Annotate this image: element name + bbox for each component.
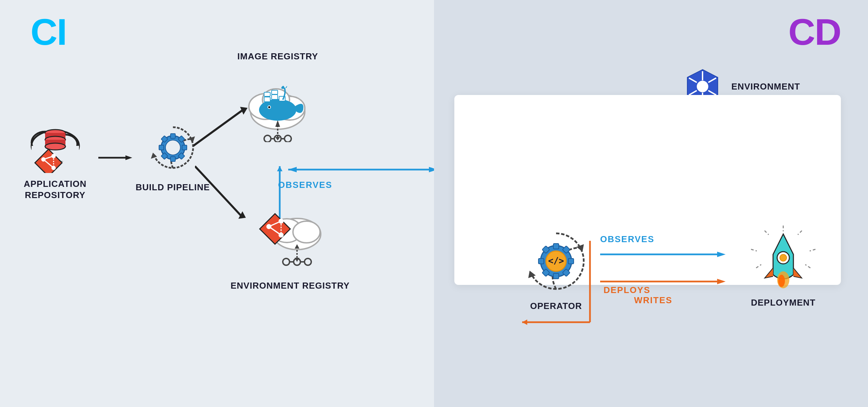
- cd-label: CD: [788, 10, 841, 53]
- svg-rect-24: [159, 145, 164, 150]
- deployment-label: DEPLOYMENT: [751, 297, 816, 308]
- svg-marker-55: [277, 166, 282, 171]
- arrow-app-build: [98, 153, 132, 163]
- svg-point-21: [165, 140, 180, 155]
- svg-rect-49: [264, 97, 270, 102]
- svg-line-107: [765, 231, 769, 235]
- svg-marker-17: [125, 155, 132, 160]
- svg-line-105: [810, 249, 815, 251]
- svg-point-79: [696, 80, 709, 93]
- svg-rect-25: [182, 145, 187, 150]
- svg-point-65: [304, 258, 311, 265]
- svg-point-43: [284, 135, 291, 142]
- svg-marker-40: [275, 137, 280, 140]
- deployment-node: DEPLOYMENT: [749, 224, 817, 308]
- ci-section: CI A: [0, 0, 434, 407]
- svg-marker-116: [522, 319, 527, 325]
- svg-point-59: [293, 221, 320, 243]
- deployment-icon: [749, 224, 817, 292]
- svg-rect-50: [272, 95, 278, 99]
- image-registry-label: IMAGE REGISTRY: [237, 51, 318, 62]
- svg-point-111: [780, 254, 787, 261]
- svg-point-41: [264, 135, 271, 142]
- env-registry-label: ENVIRONMENT REGISTRY: [231, 280, 350, 291]
- env-registry-node: ENVIRONMENT REGISTRY: [231, 204, 350, 291]
- svg-line-104: [798, 231, 802, 235]
- svg-marker-77: [288, 167, 297, 172]
- svg-rect-52: [264, 92, 270, 96]
- svg-rect-23: [171, 157, 175, 161]
- ci-observes-label: OBSERVES: [278, 180, 332, 190]
- svg-line-106: [805, 265, 810, 268]
- svg-point-46: [259, 99, 296, 121]
- app-repo-node: APPLICATION REPOSITORY: [24, 109, 86, 200]
- svg-marker-18: [151, 153, 157, 159]
- environment-label: ENVIRONMENT: [731, 81, 800, 92]
- svg-point-63: [283, 258, 290, 265]
- cd-section: CD ENVIRONMENT: [434, 0, 868, 407]
- image-registry-icon: [240, 67, 315, 142]
- svg-rect-53: [272, 90, 278, 94]
- svg-rect-22: [171, 134, 175, 138]
- writes-label: WRITES: [634, 295, 672, 306]
- image-registry-node: IMAGE REGISTRY: [237, 51, 318, 142]
- observes-bridge-arrow: [288, 163, 441, 176]
- env-registry-icon: [253, 204, 328, 275]
- app-repo-icon: [25, 109, 86, 173]
- cd-box: </> OPERATOR OBSERVES DEPLOYS: [454, 95, 841, 285]
- svg-line-30: [193, 110, 242, 146]
- svg-point-113: [778, 275, 785, 287]
- ci-label: CI: [31, 10, 66, 53]
- svg-point-48: [268, 106, 270, 108]
- app-repo-label: APPLICATION REPOSITORY: [24, 178, 86, 200]
